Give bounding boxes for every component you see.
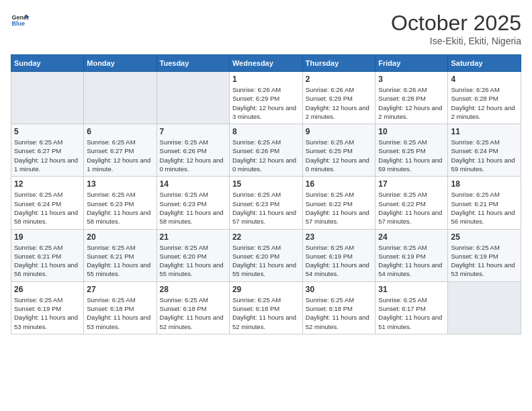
calendar-cell: 8Sunrise: 6:25 AM Sunset: 6:26 PM Daylig…	[229, 124, 302, 177]
calendar-cell	[84, 72, 157, 124]
day-number: 9	[306, 127, 373, 136]
day-number: 4	[451, 75, 518, 84]
day-number: 12	[14, 179, 81, 189]
calendar-cell: 18Sunrise: 6:25 AM Sunset: 6:21 PM Dayli…	[448, 177, 521, 229]
calendar-cell: 24Sunrise: 6:25 AM Sunset: 6:19 PM Dayli…	[375, 229, 448, 281]
day-info: Sunrise: 6:25 AM Sunset: 6:23 PM Dayligh…	[232, 190, 300, 226]
day-info: Sunrise: 6:25 AM Sunset: 6:20 PM Dayligh…	[160, 243, 226, 279]
day-number: 22	[232, 232, 300, 242]
calendar-cell: 21Sunrise: 6:25 AM Sunset: 6:20 PM Dayli…	[157, 229, 229, 281]
day-number: 15	[232, 179, 300, 189]
calendar-header: SundayMondayTuesdayWednesdayThursdayFrid…	[11, 55, 521, 72]
calendar-cell: 19Sunrise: 6:25 AM Sunset: 6:21 PM Dayli…	[11, 229, 84, 281]
day-number: 13	[87, 179, 153, 189]
day-number: 26	[14, 285, 81, 294]
day-number: 29	[232, 285, 300, 294]
day-number: 25	[451, 232, 518, 242]
day-number: 30	[306, 285, 373, 294]
day-number: 19	[14, 232, 81, 242]
calendar-table: SundayMondayTuesdayWednesdayThursdayFrid…	[11, 54, 521, 334]
calendar-cell: 1Sunrise: 6:26 AM Sunset: 6:29 PM Daylig…	[229, 72, 302, 124]
calendar-cell: 16Sunrise: 6:25 AM Sunset: 6:22 PM Dayli…	[302, 177, 375, 229]
calendar-cell: 30Sunrise: 6:25 AM Sunset: 6:18 PM Dayli…	[302, 281, 375, 334]
logo: General Blue	[11, 11, 30, 30]
day-info: Sunrise: 6:25 AM Sunset: 6:21 PM Dayligh…	[14, 243, 81, 279]
day-number: 2	[306, 75, 373, 84]
day-info: Sunrise: 6:25 AM Sunset: 6:22 PM Dayligh…	[378, 190, 445, 226]
day-info: Sunrise: 6:25 AM Sunset: 6:24 PM Dayligh…	[14, 190, 81, 226]
day-number: 18	[451, 179, 518, 189]
calendar-cell: 10Sunrise: 6:25 AM Sunset: 6:25 PM Dayli…	[375, 124, 448, 177]
day-number: 8	[232, 127, 300, 136]
calendar-cell: 25Sunrise: 6:25 AM Sunset: 6:19 PM Dayli…	[448, 229, 521, 281]
day-number: 23	[306, 232, 373, 242]
day-info: Sunrise: 6:25 AM Sunset: 6:21 PM Dayligh…	[451, 190, 518, 226]
calendar-cell: 14Sunrise: 6:25 AM Sunset: 6:23 PM Dayli…	[157, 177, 229, 229]
calendar-cell: 12Sunrise: 6:25 AM Sunset: 6:24 PM Dayli…	[11, 177, 84, 229]
day-number: 21	[160, 232, 226, 242]
day-info: Sunrise: 6:25 AM Sunset: 6:25 PM Dayligh…	[378, 138, 445, 173]
weekday-header-thursday: Thursday	[302, 55, 375, 72]
day-number: 6	[87, 127, 153, 136]
day-info: Sunrise: 6:25 AM Sunset: 6:18 PM Dayligh…	[160, 295, 226, 331]
day-number: 11	[451, 127, 518, 136]
calendar-cell: 15Sunrise: 6:25 AM Sunset: 6:23 PM Dayli…	[229, 177, 302, 229]
day-info: Sunrise: 6:25 AM Sunset: 6:25 PM Dayligh…	[306, 138, 373, 173]
day-info: Sunrise: 6:25 AM Sunset: 6:23 PM Dayligh…	[160, 190, 226, 226]
day-info: Sunrise: 6:25 AM Sunset: 6:19 PM Dayligh…	[451, 243, 518, 279]
calendar-cell: 20Sunrise: 6:25 AM Sunset: 6:21 PM Dayli…	[84, 229, 157, 281]
day-info: Sunrise: 6:25 AM Sunset: 6:18 PM Dayligh…	[306, 295, 373, 331]
day-number: 20	[87, 232, 153, 242]
calendar-cell: 13Sunrise: 6:25 AM Sunset: 6:23 PM Dayli…	[84, 177, 157, 229]
calendar-cell	[11, 72, 84, 124]
day-info: Sunrise: 6:25 AM Sunset: 6:18 PM Dayligh…	[87, 295, 153, 331]
calendar-cell	[448, 281, 521, 334]
calendar-cell: 9Sunrise: 6:25 AM Sunset: 6:25 PM Daylig…	[302, 124, 375, 177]
day-info: Sunrise: 6:25 AM Sunset: 6:26 PM Dayligh…	[232, 138, 300, 173]
location: Ise-Ekiti, Ekiti, Nigeria	[391, 36, 521, 46]
day-number: 31	[378, 285, 445, 294]
day-number: 10	[378, 127, 445, 136]
calendar-cell: 28Sunrise: 6:25 AM Sunset: 6:18 PM Dayli…	[157, 281, 229, 334]
day-info: Sunrise: 6:26 AM Sunset: 6:28 PM Dayligh…	[378, 85, 445, 121]
svg-text:Blue: Blue	[11, 20, 25, 27]
weekday-header-saturday: Saturday	[448, 55, 521, 72]
weekday-header-wednesday: Wednesday	[229, 55, 302, 72]
calendar-cell: 6Sunrise: 6:25 AM Sunset: 6:27 PM Daylig…	[84, 124, 157, 177]
calendar-cell: 7Sunrise: 6:25 AM Sunset: 6:26 PM Daylig…	[157, 124, 229, 177]
day-number: 7	[160, 127, 226, 136]
calendar-cell: 31Sunrise: 6:25 AM Sunset: 6:17 PM Dayli…	[375, 281, 448, 334]
weekday-header-friday: Friday	[375, 55, 448, 72]
calendar-cell: 4Sunrise: 6:26 AM Sunset: 6:28 PM Daylig…	[448, 72, 521, 124]
day-number: 3	[378, 75, 445, 84]
calendar-cell: 11Sunrise: 6:25 AM Sunset: 6:24 PM Dayli…	[448, 124, 521, 177]
day-number: 24	[378, 232, 445, 242]
day-info: Sunrise: 6:25 AM Sunset: 6:22 PM Dayligh…	[306, 190, 373, 226]
month-title: October 2025	[391, 11, 521, 36]
weekday-header-sunday: Sunday	[11, 55, 84, 72]
title-block: October 2025 Ise-Ekiti, Ekiti, Nigeria	[391, 11, 521, 46]
logo-icon: General Blue	[11, 11, 30, 30]
day-number: 16	[306, 179, 373, 189]
day-info: Sunrise: 6:25 AM Sunset: 6:23 PM Dayligh…	[87, 190, 153, 226]
day-info: Sunrise: 6:25 AM Sunset: 6:20 PM Dayligh…	[232, 243, 300, 279]
day-number: 14	[160, 179, 226, 189]
weekday-header-monday: Monday	[84, 55, 157, 72]
day-info: Sunrise: 6:25 AM Sunset: 6:24 PM Dayligh…	[451, 138, 518, 173]
day-number: 5	[14, 127, 81, 136]
calendar-cell: 26Sunrise: 6:25 AM Sunset: 6:19 PM Dayli…	[11, 281, 84, 334]
calendar-cell: 29Sunrise: 6:25 AM Sunset: 6:18 PM Dayli…	[229, 281, 302, 334]
weekday-header-tuesday: Tuesday	[157, 55, 229, 72]
page-header: General Blue October 2025 Ise-Ekiti, Eki…	[11, 11, 521, 46]
day-info: Sunrise: 6:26 AM Sunset: 6:29 PM Dayligh…	[306, 85, 373, 121]
calendar-cell: 22Sunrise: 6:25 AM Sunset: 6:20 PM Dayli…	[229, 229, 302, 281]
day-info: Sunrise: 6:25 AM Sunset: 6:26 PM Dayligh…	[160, 138, 226, 173]
day-info: Sunrise: 6:25 AM Sunset: 6:21 PM Dayligh…	[87, 243, 153, 279]
calendar-cell: 2Sunrise: 6:26 AM Sunset: 6:29 PM Daylig…	[302, 72, 375, 124]
day-number: 1	[232, 75, 300, 84]
day-info: Sunrise: 6:25 AM Sunset: 6:18 PM Dayligh…	[232, 295, 300, 331]
calendar-cell: 23Sunrise: 6:25 AM Sunset: 6:19 PM Dayli…	[302, 229, 375, 281]
day-info: Sunrise: 6:25 AM Sunset: 6:27 PM Dayligh…	[87, 138, 153, 173]
day-info: Sunrise: 6:25 AM Sunset: 6:19 PM Dayligh…	[378, 243, 445, 279]
day-info: Sunrise: 6:25 AM Sunset: 6:17 PM Dayligh…	[378, 295, 445, 331]
